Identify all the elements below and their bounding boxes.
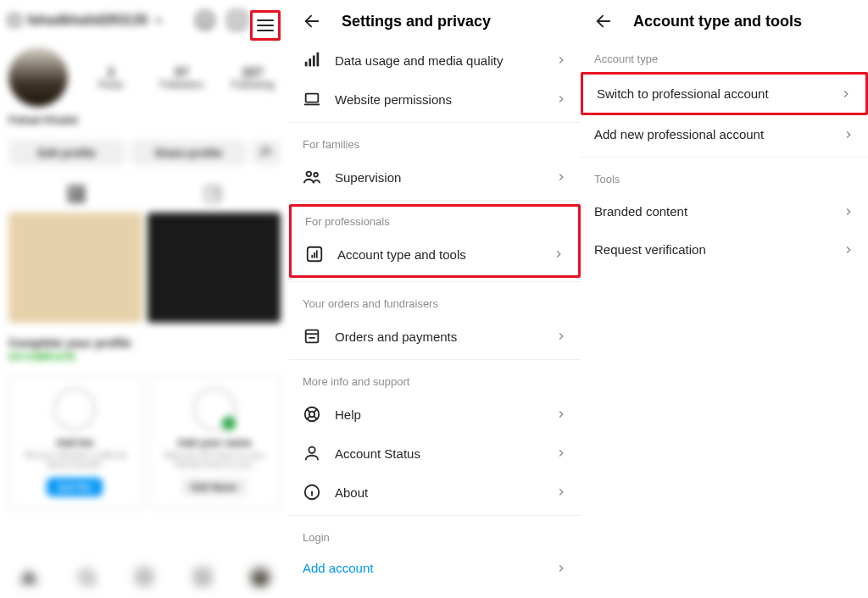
post-thumbnail[interactable] <box>8 213 142 323</box>
row-request-verification[interactable]: Request verification <box>581 230 868 269</box>
row-label: Account type and tools <box>337 247 539 262</box>
row-label: Orders and payments <box>335 329 542 344</box>
profile-panel-blurred: fahadkhalid293135 ▼ @ ＋ 2Posts 57Followe… <box>0 0 289 598</box>
row-add-account[interactable]: Add account <box>289 551 581 585</box>
chevron-down-icon[interactable]: ▼ <box>154 16 163 25</box>
reels-icon[interactable] <box>193 568 212 586</box>
row-data-usage[interactable]: Data usage and media quality <box>289 41 581 80</box>
svg-line-19 <box>314 409 318 413</box>
tagged-icon <box>204 185 221 202</box>
edit-name-button[interactable]: Edit Name <box>181 478 248 496</box>
row-label: About <box>335 485 542 500</box>
edit-profile-button[interactable]: Edit profile <box>8 140 125 165</box>
add-bio-button[interactable]: Add Bio <box>47 478 103 496</box>
svg-rect-13 <box>306 330 319 343</box>
row-help[interactable]: Help <box>289 395 581 434</box>
chevron-right-icon <box>555 93 567 105</box>
row-orders-payments[interactable]: Orders and payments <box>289 317 581 356</box>
row-switch-professional[interactable]: Switch to professional account <box>583 75 865 113</box>
chevron-right-icon <box>555 330 567 342</box>
svg-rect-12 <box>316 250 318 257</box>
svg-rect-6 <box>306 94 319 102</box>
row-branded-content[interactable]: Branded content <box>581 192 868 230</box>
svg-point-0 <box>263 148 267 152</box>
row-label: Add new professional account <box>594 127 832 141</box>
stat-following[interactable]: 227Following <box>225 64 281 91</box>
threads-icon[interactable]: @ <box>196 11 214 30</box>
profile-username[interactable]: fahadkhalid293135 <box>27 13 147 28</box>
hamburger-menu-button[interactable] <box>250 10 281 41</box>
row-about[interactable]: About <box>289 473 581 512</box>
chevron-right-icon <box>555 562 567 574</box>
chevron-right-icon <box>555 447 567 459</box>
section-more: More info and support <box>289 363 581 395</box>
account-type-panel: Account type and tools Account type Swit… <box>581 0 868 598</box>
row-label: Supervision <box>335 170 542 185</box>
section-tools: Tools <box>581 161 868 192</box>
chevron-right-icon <box>553 248 565 260</box>
row-account-type-tools[interactable]: Account type and tools <box>292 235 578 274</box>
orders-icon <box>303 327 321 346</box>
home-icon[interactable] <box>19 568 38 586</box>
back-arrow-icon[interactable] <box>594 12 613 30</box>
avatar[interactable] <box>8 47 68 107</box>
svg-rect-5 <box>317 53 320 67</box>
tab-grid[interactable] <box>8 185 145 206</box>
create-icon[interactable]: + <box>135 568 153 586</box>
divider <box>289 281 581 282</box>
account-type-title: Account type and tools <box>633 13 802 30</box>
account-tools-icon <box>305 245 324 263</box>
search-icon[interactable] <box>77 568 96 586</box>
profile-nav-avatar[interactable] <box>251 568 270 586</box>
row-account-status[interactable]: Account Status <box>289 434 581 473</box>
card-title: Add bio <box>14 437 136 449</box>
svg-point-22 <box>309 447 314 453</box>
chevron-right-icon <box>840 88 852 100</box>
svg-rect-10 <box>311 255 313 258</box>
laptop-icon <box>303 90 321 108</box>
stat-posts[interactable]: 2Posts <box>83 64 139 91</box>
supervision-icon <box>303 168 321 186</box>
section-professionals: For professionals <box>292 208 578 235</box>
chevron-right-icon <box>555 408 567 420</box>
back-arrow-icon[interactable] <box>303 12 321 30</box>
bottom-nav: + <box>0 556 289 598</box>
discover-people-icon[interactable] <box>252 140 281 165</box>
about-icon <box>303 483 321 501</box>
section-families: For families <box>289 126 581 158</box>
svg-rect-4 <box>313 56 315 67</box>
person-circle-icon: ✓ <box>193 388 236 430</box>
row-website-permissions[interactable]: Website permissions <box>289 80 581 119</box>
create-post-icon[interactable]: ＋ <box>228 11 247 30</box>
post-thumbnail[interactable] <box>147 213 281 323</box>
chevron-right-icon <box>843 244 854 256</box>
row-supervision[interactable]: Supervision <box>289 158 581 197</box>
svg-point-8 <box>314 173 318 177</box>
row-label: Website permissions <box>335 92 542 107</box>
section-orders: Your orders and fundraisers <box>289 285 581 317</box>
share-profile-button[interactable]: Share profile <box>131 140 248 165</box>
divider <box>581 157 868 158</box>
chevron-right-icon <box>843 206 854 218</box>
card-text: Add your full name so your friends know … <box>154 451 275 469</box>
tab-tagged[interactable] <box>145 185 281 206</box>
chevron-right-icon <box>555 171 567 183</box>
svg-point-7 <box>307 172 312 177</box>
row-label: Add account <box>303 561 542 575</box>
divider <box>289 515 581 516</box>
row-label: Help <box>335 407 542 422</box>
row-label: Account Status <box>335 446 542 461</box>
row-label: Request verification <box>594 242 832 257</box>
row-label: Switch to professional account <box>597 86 830 101</box>
stat-followers[interactable]: 57Followers <box>154 64 210 91</box>
card-title: Add your name <box>154 437 275 449</box>
row-add-professional[interactable]: Add new professional account <box>581 115 868 153</box>
row-label: Branded content <box>594 204 832 219</box>
check-badge-icon: ✓ <box>222 417 236 430</box>
circle-target-icon <box>53 388 96 430</box>
row-label: Data usage and media quality <box>335 53 542 68</box>
hamburger-icon <box>257 19 274 31</box>
highlight-account-type-tools: For professionals Account type and tools <box>289 204 581 278</box>
divider <box>289 359 581 360</box>
chevron-right-icon <box>555 54 567 66</box>
